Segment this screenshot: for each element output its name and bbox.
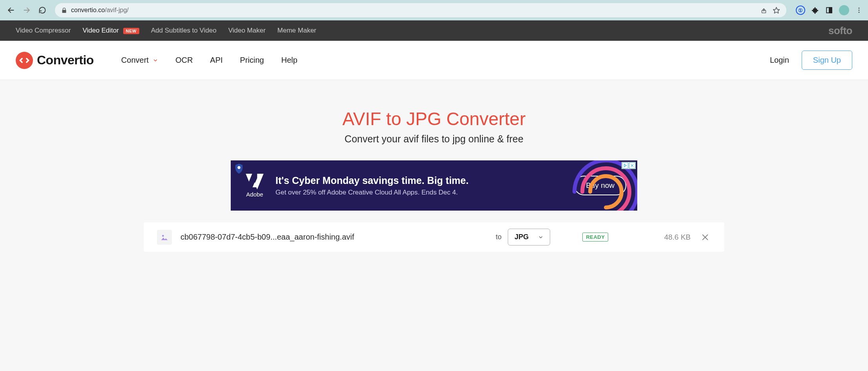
login-link[interactable]: Login [770, 56, 789, 65]
ad-headline: It's Cyber Monday savings time. Big time… [275, 175, 562, 186]
file-row: cb067798-07d7-4cb5-b09...eaa_aaron-fishi… [144, 222, 724, 252]
nav-convert[interactable]: Convert [121, 56, 158, 65]
nav-ocr[interactable]: OCR [175, 56, 193, 65]
nav-help[interactable]: Help [281, 56, 297, 65]
svg-marker-11 [624, 164, 627, 167]
ad-controls [622, 162, 636, 169]
topbar-item-meme-maker[interactable]: Meme Maker [277, 27, 316, 35]
share-icon[interactable] [760, 7, 767, 14]
to-label: to [496, 233, 501, 241]
chevron-down-icon [538, 235, 543, 240]
forward-button[interactable] [20, 4, 33, 16]
format-dropdown[interactable]: JPG [508, 229, 550, 246]
file-type-icon [157, 230, 172, 245]
ad-subline: Get over 25% off Adobe Creative Cloud Al… [275, 189, 562, 196]
svg-marker-4 [773, 7, 780, 13]
logo-text: Convertio [37, 53, 94, 67]
svg-point-8 [859, 10, 860, 11]
file-name: cb067798-07d7-4cb5-b09...eaa_aaron-fishi… [181, 233, 487, 242]
puzzle-extension-icon[interactable] [811, 6, 819, 15]
format-selector-group: to JPG [496, 229, 550, 246]
svg-point-14 [162, 235, 164, 237]
ad-banner[interactable]: Adobe It's Cyber Monday savings time. Bi… [231, 160, 637, 211]
signup-button[interactable]: Sign Up [802, 51, 852, 70]
ad-close-icon[interactable] [629, 162, 635, 169]
extensions-area: ① [793, 5, 863, 15]
nav-api[interactable]: API [210, 56, 222, 65]
svg-rect-6 [829, 7, 832, 13]
ad-container: Adobe It's Cyber Monday savings time. Bi… [231, 160, 637, 211]
ad-info-icon[interactable] [622, 162, 628, 169]
new-badge: NEW [123, 28, 139, 34]
kebab-menu-icon[interactable] [855, 6, 863, 15]
remove-file-button[interactable] [699, 231, 711, 243]
address-bar[interactable]: convertio.co/avif-jpg/ [55, 3, 786, 17]
adchoices-shield-icon [235, 164, 243, 174]
ad-brand-text: Adobe [246, 191, 263, 198]
file-size: 48.6 KB [664, 233, 691, 242]
logo[interactable]: Convertio [16, 52, 94, 69]
lock-icon [61, 7, 67, 13]
profile-avatar[interactable] [839, 5, 849, 15]
status-badge: READY [582, 233, 608, 242]
svg-point-10 [237, 166, 240, 169]
url-path: /avif-jpg/ [105, 7, 128, 13]
page-title: AVIF to JPG Converter [8, 108, 860, 129]
bookmark-star-icon[interactable] [773, 7, 780, 14]
promo-topbar: Video Compressor Video Editor NEW Add Su… [0, 20, 868, 41]
onepassword-extension-icon[interactable]: ① [796, 5, 805, 15]
logo-mark-icon [16, 52, 33, 69]
ad-copy: It's Cyber Monday savings time. Big time… [275, 175, 562, 196]
nav-label: Convert [121, 56, 149, 65]
url-domain: convertio.co [71, 7, 105, 13]
nav-pricing[interactable]: Pricing [240, 56, 264, 65]
topbar-item-add-subtitles[interactable]: Add Subtitles to Video [151, 27, 217, 35]
svg-point-7 [859, 7, 860, 9]
chevron-down-icon [153, 58, 158, 63]
format-value: JPG [514, 233, 529, 241]
browser-chrome: convertio.co/avif-jpg/ ① [0, 0, 868, 20]
softo-logo[interactable]: softo [828, 25, 852, 37]
topbar-item-label: Video Editor [82, 27, 119, 34]
main-nav: Convert OCR API Pricing Help [121, 56, 297, 65]
ad-brand-logo: Adobe [246, 174, 264, 198]
hero-section: AVIF to JPG Converter Convert your avif … [0, 80, 868, 160]
site-header: Convertio Convert OCR API Pricing Help L… [0, 41, 868, 80]
topbar-item-video-maker[interactable]: Video Maker [228, 27, 266, 35]
panel-extension-icon[interactable] [825, 6, 833, 15]
page-subtitle: Convert your avif files to jpg online & … [8, 133, 860, 145]
reload-button[interactable] [36, 4, 49, 16]
adobe-logo-icon [246, 174, 264, 189]
topbar-item-video-editor[interactable]: Video Editor NEW [82, 27, 139, 35]
svg-point-9 [859, 12, 860, 13]
back-button[interactable] [5, 4, 17, 16]
topbar-item-video-compressor[interactable]: Video Compressor [16, 27, 71, 35]
